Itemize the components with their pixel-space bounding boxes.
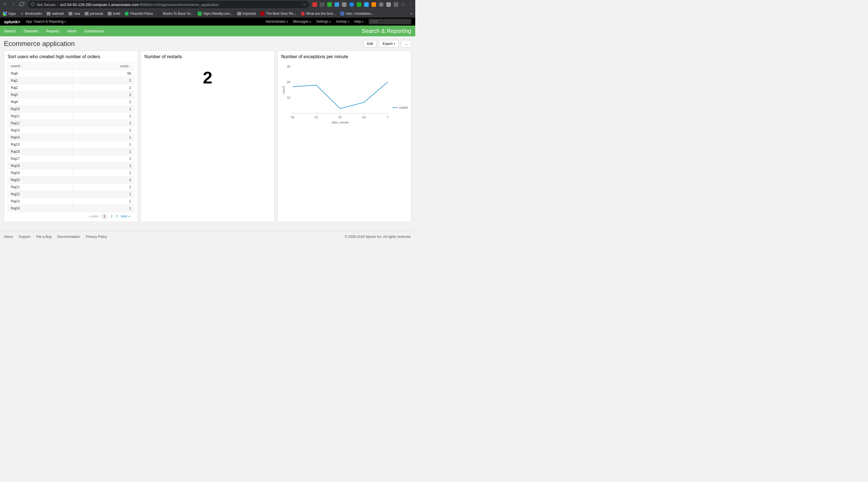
footer-file-bug[interactable]: File a Bug: [36, 235, 52, 239]
page-1[interactable]: 1: [102, 214, 107, 219]
dashboard-panels: Sort users who created high number of or…: [0, 51, 415, 226]
cell-count: 1: [73, 141, 134, 148]
nav-search[interactable]: Search: [4, 29, 16, 33]
table-row[interactable]: Raj42: [8, 98, 134, 106]
svg-text:50: 50: [291, 116, 294, 119]
bookmark-stoic[interactable]: The Best Stoic Re...: [260, 12, 296, 15]
bookmark-peaceful-piano[interactable]: Peaceful Piano: [125, 12, 153, 15]
messages-menu[interactable]: Messages ▾: [293, 20, 311, 24]
cell-count: 1: [73, 120, 134, 127]
table-row[interactable]: Raj12: [8, 77, 134, 84]
cell-userid: Raj22: [8, 191, 73, 198]
table-row[interactable]: Raj558: [8, 70, 134, 77]
extension-icon[interactable]: [379, 2, 383, 7]
cell-userid: Raj24: [8, 205, 73, 212]
bookmark-feedly[interactable]: https://feedly.com...: [198, 12, 232, 15]
col-count[interactable]: count◇: [73, 62, 134, 70]
table-row[interactable]: Raj131: [8, 127, 134, 134]
svg-text:52: 52: [338, 116, 342, 119]
extension-icon[interactable]: [394, 2, 398, 7]
extension-icon[interactable]: [335, 2, 339, 7]
bookmark-bookmarks[interactable]: ★Bookmarks: [21, 12, 42, 15]
table-row[interactable]: Raj241: [8, 205, 134, 212]
table-row[interactable]: Raj191: [8, 169, 134, 176]
bookmark-walmart[interactable]: walmart: [46, 12, 64, 15]
extension-icon[interactable]: [357, 2, 361, 7]
export-button[interactable]: Export ▾: [379, 40, 399, 47]
table-row[interactable]: Raj201: [8, 176, 134, 184]
bookmark-personal[interactable]: personal: [85, 12, 103, 15]
bookmark-visa[interactable]: visa: [68, 12, 80, 15]
table-row[interactable]: Raj231: [8, 198, 134, 205]
table-row[interactable]: Raj101: [8, 106, 134, 113]
address-bar[interactable]: Not Secure ec2-54-92-129-250.compute-1.a…: [28, 1, 309, 8]
cell-userid: Raj14: [8, 134, 73, 141]
table-row[interactable]: Raj211: [8, 184, 134, 191]
page-2[interactable]: 2: [111, 214, 113, 218]
table-row[interactable]: Raj111: [8, 113, 134, 120]
table-row[interactable]: Raj151: [8, 141, 134, 148]
menu-icon[interactable]: ⋮: [408, 2, 413, 7]
cell-count: 1: [73, 148, 134, 155]
nav-reports[interactable]: Reports: [46, 29, 59, 33]
legend-label: count: [399, 106, 408, 109]
table-row[interactable]: Raj22: [8, 84, 134, 91]
col-userid[interactable]: userid◇: [8, 62, 73, 70]
page-3[interactable]: 3: [116, 214, 118, 218]
table-row[interactable]: Raj141: [8, 134, 134, 141]
bookmarks-overflow-icon[interactable]: »: [410, 12, 412, 15]
activity-menu[interactable]: Activity ▾: [336, 20, 349, 24]
help-menu[interactable]: Help ▾: [354, 20, 364, 24]
security-status[interactable]: Not Secure: [37, 3, 58, 7]
extension-icon[interactable]: [386, 2, 391, 7]
table-row[interactable]: Raj221: [8, 191, 134, 198]
svg-text:date_minute: date_minute: [332, 121, 349, 124]
bookmark-star-icon[interactable]: ☆: [303, 3, 306, 7]
extension-icon[interactable]: [349, 2, 354, 7]
nav-dashboards[interactable]: Dashboards: [84, 29, 104, 33]
bookmark-books[interactable]: Books To Base Yo...: [158, 12, 193, 15]
administrator-menu[interactable]: Administrator ▾: [266, 20, 288, 24]
cell-count: 1: [73, 155, 134, 162]
app-selector[interactable]: App: Search & Reporting ▾: [26, 20, 66, 24]
footer-documentation[interactable]: Documentation: [57, 235, 80, 239]
line-chart[interactable]: 302010505152547date_minutecount: [281, 65, 390, 126]
nav-datasets[interactable]: Datasets: [24, 29, 38, 33]
table-row[interactable]: Raj121: [8, 120, 134, 127]
extension-icon[interactable]: [320, 2, 324, 7]
bookmark-imported[interactable]: Imported: [237, 12, 256, 15]
nav-alerts[interactable]: Alerts: [67, 29, 76, 33]
info-icon[interactable]: [31, 2, 35, 7]
back-button-icon[interactable]: [2, 1, 7, 8]
page-next[interactable]: next »: [121, 214, 130, 218]
more-button[interactable]: ...: [401, 40, 411, 47]
extension-icon[interactable]: [312, 2, 317, 7]
table-row[interactable]: Raj171: [8, 155, 134, 162]
footer-privacy[interactable]: Privacy Policy: [86, 235, 107, 239]
bookmark-apps[interactable]: Apps: [3, 12, 16, 15]
extension-icon[interactable]: [327, 2, 332, 7]
footer-about[interactable]: About: [4, 235, 13, 239]
cell-userid: Raj19: [8, 169, 73, 176]
reload-button-icon[interactable]: [19, 1, 24, 8]
legend-line-icon: [393, 107, 398, 108]
avatar-icon[interactable]: [401, 2, 406, 7]
splunk-logo[interactable]: splunk>: [4, 19, 20, 24]
table-row[interactable]: Raj181: [8, 162, 134, 169]
table-row[interactable]: Raj161: [8, 148, 134, 155]
find-input[interactable]: [369, 19, 411, 24]
extension-icon[interactable]: [342, 2, 346, 7]
footer-support[interactable]: Support: [19, 235, 30, 239]
svg-text:10: 10: [287, 96, 290, 99]
extension-icon[interactable]: [364, 2, 369, 7]
edit-button[interactable]: Edit: [364, 40, 377, 47]
users-table: userid◇ count◇ Raj558Raj12Raj22Raj32Raj4…: [8, 62, 134, 212]
splunk-top-bar: splunk> App: Search & Reporting ▾ Admini…: [0, 18, 415, 26]
bookmark-istio[interactable]: Istio / Installation...: [340, 12, 374, 15]
settings-menu[interactable]: Settings ▾: [316, 20, 331, 24]
table-row[interactable]: Raj32: [8, 91, 134, 98]
bookmark-what-are-best[interactable]: What are the best...: [301, 12, 336, 15]
cell-userid: Raj20: [8, 176, 73, 184]
extension-icon[interactable]: [372, 2, 376, 7]
bookmark-build[interactable]: build: [107, 12, 120, 15]
